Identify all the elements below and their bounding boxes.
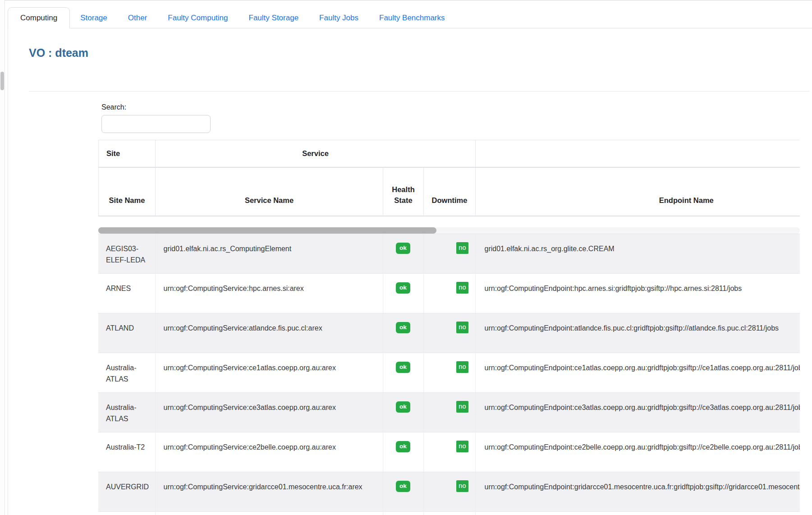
site-name-cell: AEGIS03-ELEF-LEDA [98,234,155,274]
left-vertical-scrollbar-thumb[interactable] [0,72,4,90]
downtime-status-badge: no [456,401,468,413]
tab-other[interactable]: Other [118,7,158,28]
service-name-cell: urn:ogf:ComputingService:hpc.arnes.si:ar… [155,274,383,313]
downtime-status-badge: no [456,361,468,373]
endpoint-name-cell: urn:ogf:ComputingEndpoint:hpc.arnes.si:g… [475,274,800,313]
group-header-site: Site [99,140,156,167]
endpoint-name-cell: urn:ogf:ComputingEndpoint:atlandce.fis.p… [475,313,800,353]
tab-faulty-storage[interactable]: Faulty Storage [239,7,309,28]
horizontal-scrollbar-thumb[interactable] [98,227,436,234]
service-name-cell: urn:ogf:ComputingService:ce3atlas.coepp.… [155,393,383,432]
endpoint-name-cell: urn:ogf:ComputingEndpoint:gridarcce01.me… [475,472,800,512]
table-row: Australia-T2 urn:ogf:ComputingService:ce… [98,432,800,472]
endpoint-name-cell: urn:ogf:ComputingEndpoint:ce3atlas.coepp… [475,393,800,432]
table-row [98,512,800,515]
tab-faulty-computing[interactable]: Faulty Computing [157,7,238,28]
health-state-cell: ok [383,432,423,472]
downtime-status-badge: no [456,282,468,294]
column-header-endpoint-name[interactable]: Endpoint Name [476,167,800,216]
service-name-cell: urn:ogf:ComputingService:ce1atlas.coepp.… [155,353,383,393]
health-status-badge: ok [396,481,410,492]
health-state-cell: ok [383,313,423,353]
group-header-endpoint [476,140,800,167]
service-name-cell: urn:ogf:ComputingService:gridarcce01.mes… [155,472,383,512]
column-header-site-name[interactable]: Site Name [99,167,156,216]
tab-panel-left-border [8,28,8,515]
health-status-badge: ok [396,441,410,452]
downtime-status-badge: no [456,242,468,254]
service-name-cell: grid01.elfak.ni.ac.rs_ComputingElement [155,234,383,274]
service-name-cell: urn:ogf:ComputingService:atlandce.fis.pu… [155,313,383,353]
site-name-cell [98,512,155,515]
health-status-badge: ok [396,401,410,413]
endpoint-name-cell [475,512,800,515]
site-name-cell: Australia-T2 [98,432,155,472]
downtime-status-badge: no [456,480,468,492]
endpoint-name-cell: grid01.elfak.ni.ac.rs_org.glite.ce.CREAM [475,234,800,274]
downtime-status-badge: no [456,441,468,452]
site-name-cell: Australia-ATLAS [98,393,155,432]
vo-name: dteam [55,46,88,59]
results-table-body: AEGIS03-ELEF-LEDA grid01.elfak.ni.ac.rs_… [98,234,800,515]
site-name-cell: ATLAND [98,313,155,353]
site-name-cell: AUVERGRID [98,472,155,512]
table-row: ATLAND urn:ogf:ComputingService:atlandce… [98,313,800,353]
endpoint-name-cell: urn:ogf:ComputingEndpoint:ce2belle.coepp… [475,432,800,472]
site-name-cell: ARNES [98,274,155,313]
column-header-service-name[interactable]: Service Name [156,167,383,216]
table-row: Australia-ATLAS urn:ogf:ComputingService… [98,393,800,432]
table-row: ARNES urn:ogf:ComputingService:hpc.arnes… [98,274,800,313]
tab-bar: Computing Storage Other Faulty Computing… [8,7,812,28]
tab-storage[interactable]: Storage [70,7,118,28]
health-state-cell: ok [383,472,423,512]
health-status-badge: ok [396,243,410,254]
downtime-cell: no [423,274,475,313]
left-vertical-scrollbar-track[interactable] [0,0,5,515]
column-header-health-state[interactable]: Health State [383,167,424,216]
health-state-cell: ok [383,393,423,432]
site-name-cell: Australia-ATLAS [98,353,155,393]
section-divider [29,91,809,92]
health-status-badge: ok [396,282,410,294]
table-row: AEGIS03-ELEF-LEDA grid01.elfak.ni.ac.rs_… [98,234,800,274]
top-hairline-divider [0,0,812,0]
results-table-viewport: Site Service Site Name Service Name Heal… [98,140,800,515]
search-label: Search: [101,103,126,111]
page: { "tabs": { "active_index": 0, "items": … [0,0,812,515]
page-title: VO : dteam [29,46,88,60]
service-name-cell [155,512,383,515]
downtime-cell: no [423,472,475,512]
health-state-cell: ok [383,234,423,274]
service-name-cell: urn:ogf:ComputingService:ce2belle.coepp.… [155,432,383,472]
results-table-header: Site Service Site Name Service Name Heal… [98,140,800,216]
downtime-cell [423,512,475,515]
horizontal-scrollbar-track[interactable] [98,227,800,234]
downtime-cell: no [423,313,475,353]
tab-faulty-jobs[interactable]: Faulty Jobs [309,7,369,28]
column-header-downtime[interactable]: Downtime [424,167,476,216]
table-row: AUVERGRID urn:ogf:ComputingService:grida… [98,472,800,512]
tab-computing[interactable]: Computing [8,7,70,28]
health-status-badge: ok [396,362,410,373]
health-state-cell: ok [383,274,423,313]
table-row: Australia-ATLAS urn:ogf:ComputingService… [98,353,800,393]
downtime-cell: no [423,432,475,472]
tab-faulty-benchmarks[interactable]: Faulty Benchmarks [369,7,455,28]
downtime-cell: no [423,393,475,432]
group-header-service: Service [156,140,476,167]
health-state-cell: ok [383,353,423,393]
health-status-badge: ok [396,322,410,333]
search-input[interactable] [101,115,211,133]
health-state-cell [383,512,423,515]
vo-label: VO : [29,46,52,59]
downtime-cell: no [423,353,475,393]
downtime-status-badge: no [456,322,468,333]
endpoint-name-cell: urn:ogf:ComputingEndpoint:ce1atlas.coepp… [475,353,800,393]
downtime-cell: no [423,234,475,274]
